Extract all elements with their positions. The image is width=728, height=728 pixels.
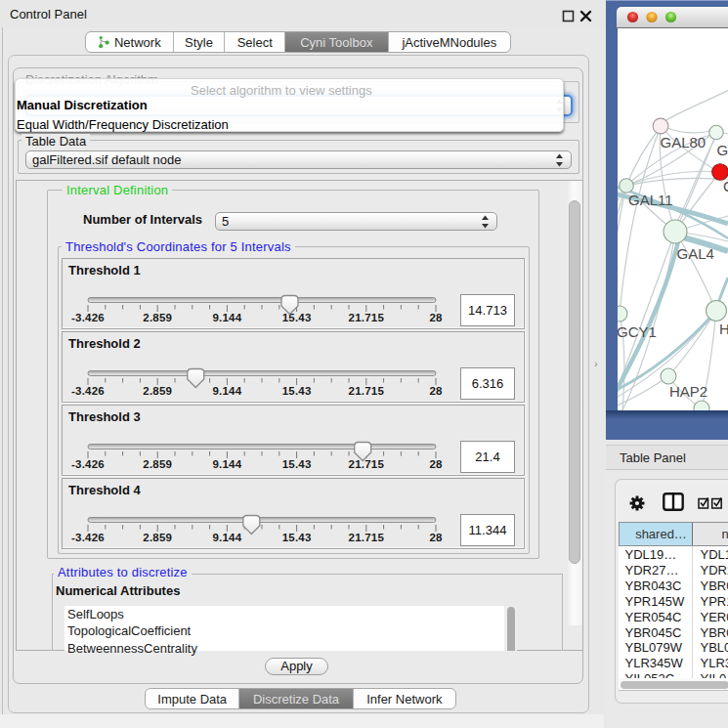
svg-text:GCY1: GCY1 <box>618 323 657 340</box>
svg-text:H: H <box>719 321 728 337</box>
svg-text:HAP2: HAP2 <box>669 383 707 400</box>
svg-text:GA: GA <box>717 142 728 158</box>
svg-text:GAL80: GAL80 <box>661 134 707 150</box>
svg-text:C: C <box>723 178 728 194</box>
svg-text:GAL11: GAL11 <box>628 192 673 208</box>
svg-text:GAL4: GAL4 <box>677 245 714 262</box>
